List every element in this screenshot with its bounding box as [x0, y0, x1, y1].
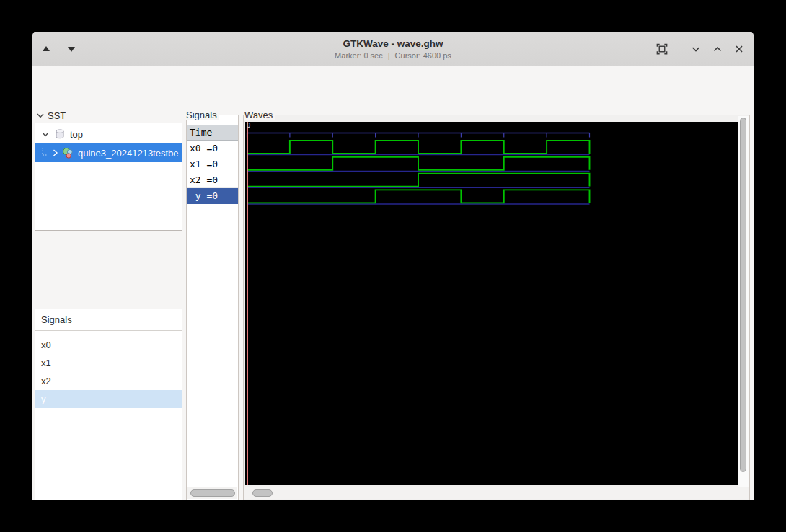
waves-frame-label: Waves: [244, 110, 275, 120]
chevron-up-icon: [712, 43, 723, 55]
tree-item-top[interactable]: top: [35, 125, 182, 143]
time-header[interactable]: Time: [187, 125, 238, 141]
sst-tree-panel: top quine3_20241213testbe: [35, 123, 182, 231]
window-title: GTKWave - wave.ghw: [32, 38, 754, 49]
tree-item-testbench[interactable]: quine3_20241213testbe: [35, 143, 182, 162]
signal-list-item-x1[interactable]: x1: [35, 354, 182, 372]
maximize-button[interactable]: [708, 40, 727, 58]
signals-hscrollbar-thumb[interactable]: [190, 489, 235, 497]
signal-name: x1: [41, 358, 51, 368]
signal-list-item-y[interactable]: y: [35, 390, 182, 408]
minimize-button[interactable]: [686, 40, 705, 58]
chevron-down-icon: [41, 130, 50, 138]
sst-expander[interactable]: SST: [36, 110, 66, 121]
sst-header-label: SST: [48, 110, 66, 121]
marker-status: Marker: 0 sec: [335, 51, 383, 60]
tree-item-label: quine3_20241213testbe: [78, 148, 179, 159]
desktop-background: GTKWave - wave.ghw Marker: 0 sec|Cursor:…: [0, 0, 786, 532]
waveform-canvas[interactable]: 0: [245, 122, 739, 485]
main-content: SST top quine3_20241213testbe: [32, 108, 754, 500]
window-status: Marker: 0 sec|Cursor: 4600 ps: [32, 51, 754, 60]
close-icon: [733, 43, 745, 55]
signal-name: x2: [41, 376, 51, 386]
signals-frame-label: Signals: [186, 110, 219, 120]
close-button[interactable]: [730, 40, 749, 58]
signal-finder-panel: Signals x0 x1 x2 y: [35, 309, 182, 500]
titlebar: GTKWave - wave.ghw Marker: 0 sec|Cursor:…: [32, 32, 754, 67]
toolbar: From: To:: [32, 66, 754, 108]
signal-value-row-x1[interactable]: x1 =0: [187, 156, 238, 172]
waves-hscrollbar-thumb[interactable]: [252, 489, 273, 497]
chevron-down-icon: [690, 43, 702, 55]
signal-value-row-x2[interactable]: x2 =0: [187, 172, 238, 188]
waves-frame: 0: [243, 115, 750, 500]
signals-hscrollbar-track[interactable]: [187, 487, 237, 499]
signal-list-item-x2[interactable]: x2: [35, 372, 182, 390]
fit-frame-icon: [655, 42, 669, 56]
waveform-svg: [245, 122, 739, 485]
waves-hscrollbar-track[interactable]: [244, 487, 749, 499]
signal-value-row-x0[interactable]: x0 =0: [187, 141, 238, 156]
waves-vscrollbar-track[interactable]: [738, 116, 749, 487]
signal-name: y: [41, 394, 46, 404]
database-icon: [54, 128, 66, 140]
gtkwave-window: GTKWave - wave.ghw Marker: 0 sec|Cursor:…: [32, 32, 754, 500]
time-origin-label: 0: [247, 122, 250, 129]
tree-item-label: top: [70, 129, 83, 140]
signal-list-item-x0[interactable]: x0: [35, 336, 182, 354]
module-icon: [62, 147, 74, 159]
chevron-down-icon: [36, 111, 45, 120]
signal-name: x0: [41, 340, 51, 350]
cursor-status: Cursor: 4600 ps: [395, 51, 451, 60]
signals-frame: Time x0 =0 x1 =0 x2 =0 y =0: [186, 115, 239, 500]
fit-window-button[interactable]: [653, 40, 671, 58]
waves-vscrollbar-thumb[interactable]: [740, 118, 746, 472]
signal-value-row-y[interactable]: y =0: [187, 188, 238, 204]
chevron-right-icon: [51, 148, 59, 157]
status-separator: |: [388, 51, 390, 60]
signal-finder-header: Signals: [35, 309, 182, 331]
tree-connector: [41, 148, 50, 158]
